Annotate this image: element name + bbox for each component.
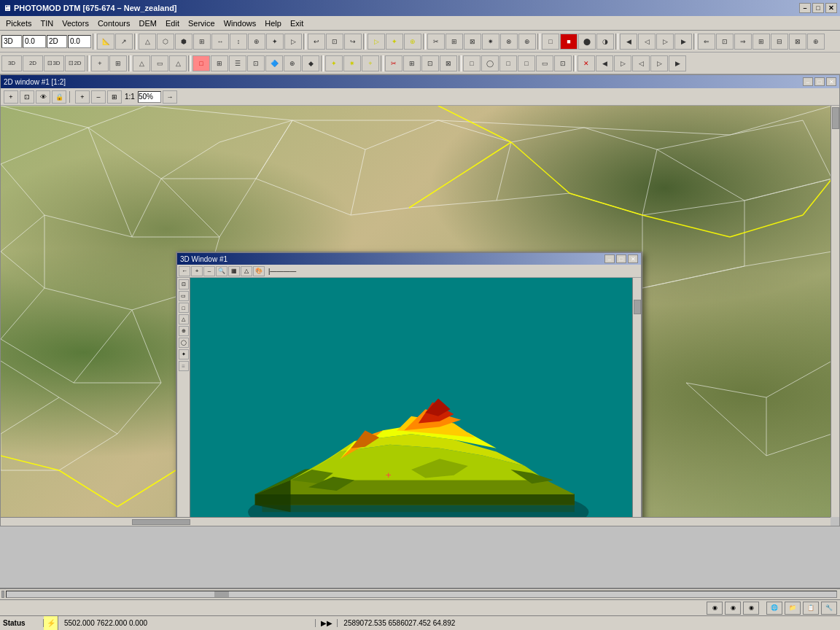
tb2-btn-3[interactable]: ⊡3D [44, 55, 64, 71]
tb2-btn-17[interactable]: ✦ [325, 55, 343, 71]
maximize-button[interactable]: □ [812, 3, 824, 13]
main-hscroll-thumb[interactable] [1, 591, 4, 598]
tb2-btn-22[interactable]: ⊡ [421, 55, 439, 71]
2d-tb-eye[interactable]: 👁 [36, 90, 50, 104]
main-scrollbar-h[interactable] [0, 589, 840, 600]
3d-tb-4[interactable]: 🔍 [216, 266, 228, 276]
tb-btn-7[interactable]: ↔ [211, 34, 229, 50]
tb2-btn-15[interactable]: ⊕ [284, 55, 301, 71]
ctrl-btn-1[interactable]: ◉ [707, 602, 723, 615]
title-controls[interactable]: – □ ✕ [799, 3, 837, 13]
3d-tb-6[interactable]: △ [241, 266, 252, 276]
menu-tin[interactable]: TIN [36, 18, 58, 28]
scroll-track[interactable] [6, 591, 837, 598]
2d-tb-lock[interactable]: 🔒 [52, 90, 66, 104]
2d-tb-zoom-out[interactable]: – [91, 90, 106, 104]
tb2-btn-29[interactable]: ⊡ [554, 55, 572, 71]
tb-btn-14[interactable]: ↪ [344, 34, 362, 50]
tb2-btn-12[interactable]: ☰ [229, 55, 246, 71]
3d-side-2[interactable]: ▭ [179, 291, 189, 301]
tb-btn-37[interactable]: ⊠ [789, 34, 806, 50]
2d-tb-zoom-in[interactable]: + [75, 90, 90, 104]
tb2-btn-16[interactable]: ◆ [302, 55, 319, 71]
3d-minimize[interactable]: – [604, 254, 615, 263]
2d-tb-obj[interactable]: ⊡ [20, 90, 34, 104]
tb-btn-18[interactable]: ✂ [427, 34, 445, 50]
2d-vscroll-thumb[interactable] [832, 107, 839, 129]
3d-close[interactable]: ✕ [628, 254, 638, 263]
tb2-btn-30[interactable]: ✕ [578, 55, 595, 71]
tb-btn-38[interactable]: ⊕ [807, 34, 825, 50]
tb-btn-22[interactable]: ⊗ [500, 34, 518, 50]
menu-exit[interactable]: Exit [286, 18, 308, 28]
tb2-btn-24[interactable]: □ [463, 55, 481, 71]
menu-help[interactable]: Help [260, 18, 286, 28]
tb-btn-29[interactable]: ◁ [638, 34, 656, 50]
tb-btn-23[interactable]: ⊕ [518, 34, 536, 50]
menu-vectors[interactable]: Vectors [58, 18, 93, 28]
tb2-btn-19[interactable]: + [362, 55, 379, 71]
tb2-btn-1[interactable]: 3D [1, 55, 22, 71]
2d-close[interactable]: ✕ [826, 77, 836, 86]
tb2-btn-13[interactable]: ⊡ [247, 55, 265, 71]
tb-btn-12[interactable]: ↩ [308, 34, 325, 50]
tb-input-2d[interactable] [47, 35, 67, 48]
3d-side-4[interactable]: △ [179, 314, 189, 324]
tb2-btn-27[interactable]: □ [518, 55, 535, 71]
3d-maximize[interactable]: □ [616, 254, 626, 263]
window-2d-controls[interactable]: – □ ✕ [803, 77, 836, 86]
2d-tb-add[interactable]: + [4, 90, 18, 104]
menu-pickets[interactable]: Pickets [1, 18, 36, 28]
3d-tb-3[interactable]: – [203, 266, 215, 276]
tb-btn-32[interactable]: ⇐ [698, 34, 715, 50]
3d-side-6[interactable]: ◯ [179, 338, 189, 348]
tb2-btn-14[interactable]: 🔷 [265, 55, 283, 71]
tb-input-val2[interactable] [68, 35, 91, 48]
tb-btn-33[interactable]: ⊡ [716, 34, 734, 50]
ctrl-btn-7[interactable]: 🔧 [821, 602, 837, 615]
tb-btn-21[interactable]: ✷ [482, 34, 499, 50]
tb2-btn-4[interactable]: ⊡2D [65, 55, 85, 71]
tb-btn-28[interactable]: ◀ [620, 34, 637, 50]
tb-btn-13[interactable]: ⊡ [326, 34, 343, 50]
tb-btn-2[interactable]: ↗ [115, 34, 133, 50]
tb2-btn-25[interactable]: ◯ [481, 55, 499, 71]
ctrl-btn-6[interactable]: 📋 [803, 602, 819, 615]
tb-btn-6[interactable]: ⊞ [193, 34, 211, 50]
tb2-btn-31[interactable]: ◀ [596, 55, 613, 71]
tb-btn-27[interactable]: ◑ [596, 34, 614, 50]
tb2-btn-2[interactable]: 2D [23, 55, 43, 71]
zoom-input[interactable] [138, 91, 161, 103]
tb-btn-5[interactable]: ⬢ [175, 34, 192, 50]
3d-tb-7[interactable]: 🎨 [253, 266, 265, 276]
tb2-btn-7[interactable]: △ [133, 55, 150, 71]
2d-hscroll-thumb[interactable] [132, 519, 190, 525]
3d-side-1[interactable]: ⊡ [179, 279, 189, 289]
ctrl-btn-5[interactable]: 📁 [785, 602, 801, 615]
3d-side-7[interactable]: ✦ [179, 349, 189, 359]
tb2-btn-9[interactable]: △ [169, 55, 187, 71]
tb2-btn-34[interactable]: ▷ [650, 55, 668, 71]
scroll-2d-horizontal[interactable] [1, 517, 831, 526]
viewport-3d[interactable]: + [190, 278, 632, 517]
tb-btn-8[interactable]: ↕ [230, 34, 247, 50]
menu-service[interactable]: Service [184, 18, 219, 28]
scroll-3d-vertical[interactable] [632, 278, 641, 517]
canvas-2d[interactable]: 3D Window #1 – □ ✕ ← + – 🔍 ▦ △ 🎨 |———— [1, 106, 831, 517]
tb-btn-11[interactable]: ▷ [284, 34, 302, 50]
menu-windows[interactable]: Windows [219, 18, 261, 28]
2d-tb-arrow[interactable]: → [163, 90, 177, 104]
tb-btn-19[interactable]: ⊞ [446, 34, 463, 50]
tb2-btn-20[interactable]: ✂ [385, 55, 402, 71]
2d-tb-fit[interactable]: ⊞ [107, 90, 122, 104]
tb-btn-1[interactable]: 📐 [97, 34, 114, 50]
tb-btn-15[interactable]: ▷ [368, 34, 385, 50]
ctrl-btn-4[interactable]: 🌐 [766, 602, 782, 615]
tb-btn-26[interactable]: ⬤ [578, 34, 596, 50]
tb2-btn-11[interactable]: ⊞ [211, 55, 228, 71]
minimize-button[interactable]: – [799, 3, 811, 13]
tb-btn-36[interactable]: ⊟ [771, 34, 788, 50]
tb-btn-25[interactable]: ■ [560, 34, 578, 50]
3d-tb-2[interactable]: + [191, 266, 203, 276]
tb-btn-24[interactable]: □ [542, 34, 559, 50]
